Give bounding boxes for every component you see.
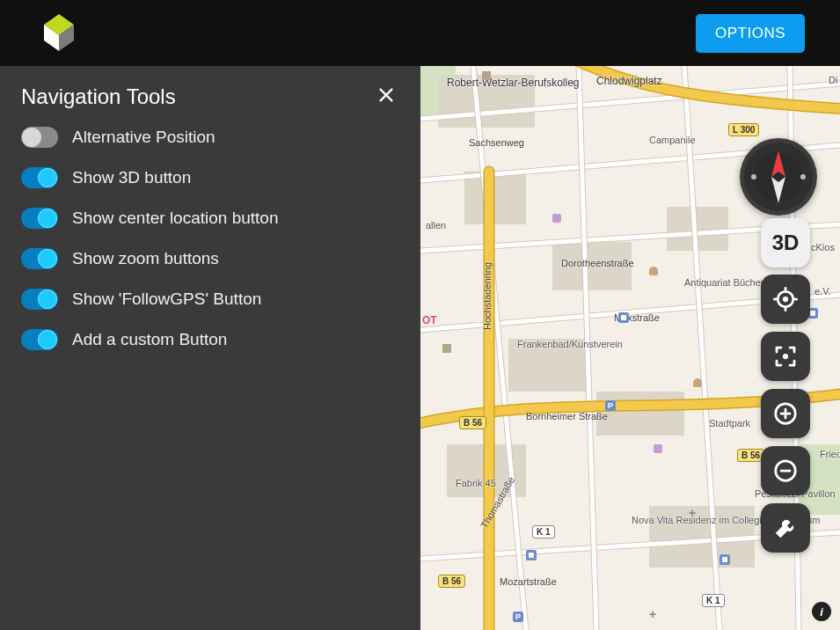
toggle-row-alternative-position: Alternative Position bbox=[21, 127, 399, 148]
street-label: Mozartstraße bbox=[500, 576, 557, 587]
map-label: e.V. bbox=[814, 286, 831, 297]
poi-icon bbox=[442, 344, 451, 353]
toggle-label: Show center location button bbox=[72, 209, 279, 228]
toggle-show-zoom[interactable] bbox=[21, 248, 58, 269]
map-center-location-button[interactable] bbox=[761, 275, 810, 324]
shop-icon bbox=[654, 444, 662, 453]
toggle-label: Show zoom buttons bbox=[72, 249, 219, 268]
zoom-out-icon bbox=[772, 458, 799, 484]
toggle-show-3d[interactable] bbox=[21, 167, 58, 188]
toggle-row-add-custom: Add a custom Button bbox=[21, 329, 399, 350]
route-shield: K 1 bbox=[702, 594, 725, 607]
toggle-show-center[interactable] bbox=[21, 208, 58, 229]
toggle-row-show-center: Show center location button bbox=[21, 208, 399, 229]
svg-point-25 bbox=[783, 354, 788, 359]
plus-icon: + bbox=[649, 607, 656, 621]
map-zoom-out-button[interactable] bbox=[761, 446, 810, 495]
map-label: Frankenbad/Kunstverein bbox=[517, 339, 596, 349]
map-label: Stadtpark bbox=[709, 418, 750, 429]
toggle-label: Add a custom Button bbox=[72, 330, 227, 349]
toggle-add-custom[interactable] bbox=[21, 329, 58, 350]
svg-point-18 bbox=[800, 174, 806, 179]
map-label: OT bbox=[422, 314, 437, 326]
map-label: Robert-Wetzlar-Berufskolleg bbox=[447, 77, 580, 89]
svg-point-20 bbox=[783, 297, 788, 302]
toggle-label: Show 'FollowGPS' Button bbox=[72, 289, 261, 309]
bus-stop-icon bbox=[526, 550, 537, 560]
street-label: Hochstadenring bbox=[482, 262, 493, 330]
svg-rect-7 bbox=[464, 172, 526, 224]
map-label: Chlodwigplatz bbox=[596, 75, 662, 87]
plus-icon: + bbox=[689, 506, 696, 520]
map-label: Campanile bbox=[649, 135, 696, 145]
map-label: cKios bbox=[811, 242, 835, 253]
close-icon bbox=[376, 85, 396, 105]
map-zoom-in-button[interactable] bbox=[761, 389, 810, 438]
zoom-in-icon bbox=[772, 400, 799, 427]
compass-icon bbox=[745, 143, 812, 210]
toggle-show-followgps[interactable] bbox=[21, 289, 58, 310]
app-logo bbox=[35, 12, 83, 55]
poi-icon bbox=[482, 71, 491, 80]
focus-icon bbox=[772, 343, 799, 370]
close-button[interactable] bbox=[373, 82, 399, 111]
map-label: Fried bbox=[820, 449, 840, 459]
compass-control[interactable] bbox=[740, 138, 817, 216]
options-button[interactable]: OPTIONS bbox=[696, 14, 805, 53]
cafe-icon bbox=[649, 267, 658, 275]
toggle-alternative-position[interactable] bbox=[21, 127, 58, 148]
street-label: Dorotheenstraße bbox=[561, 258, 634, 268]
toggle-row-show-followgps: Show 'FollowGPS' Button bbox=[21, 289, 399, 310]
map-label: Fabrik 45 bbox=[456, 478, 496, 488]
map-label: allen bbox=[426, 220, 446, 231]
sidebar-panel: Navigation Tools Alternative Position Sh… bbox=[0, 66, 420, 630]
bus-stop-icon bbox=[719, 554, 730, 565]
map-viewport[interactable]: Robert-Wetzlar-Berufskolleg Chlodwigplat… bbox=[420, 66, 840, 630]
toggle-label: Alternative Position bbox=[72, 128, 215, 147]
map-3d-button[interactable]: 3D bbox=[761, 218, 810, 267]
shop-icon bbox=[552, 214, 561, 223]
parking-icon: P bbox=[605, 400, 616, 411]
svg-rect-13 bbox=[596, 392, 684, 436]
cafe-icon bbox=[693, 378, 702, 387]
toggle-label: Show 3D button bbox=[72, 168, 191, 187]
parking-icon: P bbox=[513, 612, 523, 622]
route-shield: B 56 bbox=[459, 416, 486, 429]
bus-stop-icon bbox=[618, 312, 629, 323]
map-custom-button[interactable] bbox=[761, 503, 810, 553]
svg-point-17 bbox=[751, 174, 756, 179]
route-shield: L 300 bbox=[728, 123, 759, 136]
map-info-button[interactable]: i bbox=[812, 602, 831, 621]
crosshair-icon bbox=[772, 286, 799, 312]
route-shield: B 56 bbox=[438, 575, 465, 588]
map-label: Di bbox=[829, 75, 837, 85]
street-label: Sachsenweg bbox=[469, 137, 524, 148]
toggle-row-show-zoom: Show zoom buttons bbox=[21, 248, 399, 269]
wrench-icon bbox=[772, 515, 799, 541]
map-label: Antiquariat Bücheretage bbox=[684, 277, 763, 288]
street-label: Bornheimer Straße bbox=[526, 411, 608, 421]
toggle-row-show-3d: Show 3D button bbox=[21, 167, 399, 188]
map-follow-gps-button[interactable] bbox=[761, 332, 810, 381]
sidebar-title: Navigation Tools bbox=[21, 84, 176, 109]
app-header: OPTIONS bbox=[0, 0, 840, 66]
route-shield: K 1 bbox=[532, 525, 555, 538]
